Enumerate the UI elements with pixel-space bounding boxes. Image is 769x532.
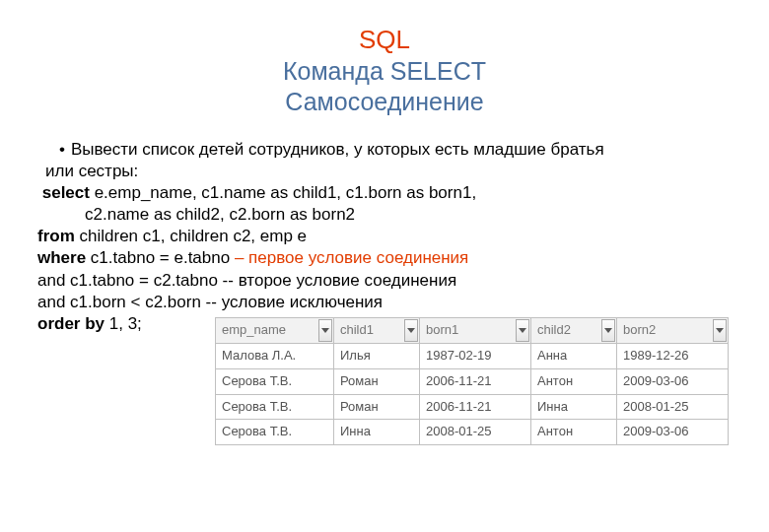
cell: Инна	[531, 394, 617, 420]
sql-text-7b: 1, 3;	[105, 314, 142, 333]
col-child1[interactable]: child1	[334, 317, 420, 343]
cell: Малова Л.А.	[216, 343, 334, 368]
sql-text-4b: c1.tabno = e.tabno	[86, 248, 235, 267]
svg-marker-1	[407, 328, 415, 333]
cell: 2008-01-25	[420, 420, 531, 445]
kw-orderby: order by	[37, 314, 105, 333]
cell: Инна	[334, 420, 420, 445]
kw-from: from	[37, 227, 75, 245]
title-block: SQL Команда SELECT Самосоединение	[30, 24, 739, 117]
table-body: Малова Л.А. Илья 1987-02-19 Анна 1989-12…	[216, 343, 729, 445]
kw-select: select	[42, 183, 90, 202]
svg-marker-0	[321, 328, 329, 333]
dropdown-icon[interactable]	[318, 319, 332, 342]
sql-line-6: and c1.born < c2.born -- условие исключе…	[37, 292, 739, 313]
bullet-line-2: или сестры:	[45, 161, 739, 182]
col-label: child1	[340, 322, 374, 337]
table-row: Серова Т.В. Роман 2006-11-21 Антон 2009-…	[216, 368, 729, 394]
title-main: SQL	[30, 24, 739, 56]
col-label: emp_name	[222, 322, 286, 337]
sql-text-1b: e.emp_name, c1.name as child1, c1.born a…	[90, 183, 476, 202]
cell: Роман	[334, 368, 420, 394]
result-table: emp_name child1 born1 child2 born2 Малов…	[215, 317, 729, 445]
cell: 2006-11-21	[420, 368, 531, 394]
table-row: Серова Т.В. Инна 2008-01-25 Антон 2009-0…	[216, 420, 729, 445]
bullet-line-1: •Вывести список детей сотрудников, у кот…	[59, 139, 739, 161]
col-emp-name[interactable]: emp_name	[216, 317, 334, 343]
content-block: •Вывести список детей сотрудников, у кот…	[37, 139, 739, 445]
col-label: born2	[623, 322, 656, 337]
cell: Антон	[531, 368, 617, 394]
result-table-wrap: emp_name child1 born1 child2 born2 Малов…	[215, 317, 739, 445]
col-born2[interactable]: born2	[617, 317, 729, 343]
sql-line-3: from children c1, children c2, emp e	[37, 226, 739, 247]
cell: 2008-01-25	[617, 394, 729, 420]
col-born1[interactable]: born1	[420, 317, 531, 343]
col-label: child2	[537, 322, 571, 337]
title-sub-2: Самосоединение	[30, 87, 739, 117]
dropdown-icon[interactable]	[601, 319, 615, 342]
cell: 2009-03-06	[617, 368, 729, 394]
kw-where: where	[37, 248, 86, 267]
sql-line-2: c2.name as child2, c2.born as born2	[85, 204, 739, 226]
sql-line-1: select e.emp_name, c1.name as child1, c1…	[37, 182, 739, 204]
cell: Анна	[531, 343, 617, 368]
sql-text-3b: children c1, children c2, emp e	[75, 227, 307, 245]
cell: Антон	[531, 420, 617, 445]
bullet-text-1: Вывести список детей сотрудников, у кото…	[71, 140, 604, 159]
cell: Роман	[334, 394, 420, 420]
cell: Илья	[334, 343, 420, 368]
col-label: born1	[426, 322, 458, 337]
svg-marker-4	[716, 328, 724, 333]
col-child2[interactable]: child2	[531, 317, 617, 343]
cell: 1987-02-19	[420, 343, 531, 368]
sql-comment-1: – первое условие соединения	[235, 248, 468, 267]
table-row: Малова Л.А. Илья 1987-02-19 Анна 1989-12…	[216, 343, 729, 368]
table-header-row: emp_name child1 born1 child2 born2	[216, 317, 729, 343]
dropdown-icon[interactable]	[516, 319, 529, 342]
svg-marker-2	[519, 328, 526, 333]
bullet-icon: •	[59, 140, 65, 159]
cell: Серова Т.В.	[216, 368, 334, 394]
sql-line-5: and c1.tabno = c2.tabno -- второе услови…	[37, 270, 739, 292]
cell: Серова Т.В.	[216, 394, 334, 420]
title-sub-1: Команда SELECT	[30, 56, 739, 87]
dropdown-icon[interactable]	[404, 319, 418, 342]
cell: 2006-11-21	[420, 394, 531, 420]
cell: 2009-03-06	[617, 420, 729, 445]
slide: SQL Команда SELECT Самосоединение •Вывес…	[0, 0, 769, 532]
svg-marker-3	[604, 328, 612, 333]
cell: Серова Т.В.	[216, 420, 334, 445]
table-row: Серова Т.В. Роман 2006-11-21 Инна 2008-0…	[216, 394, 729, 420]
cell: 1989-12-26	[617, 343, 729, 368]
sql-line-4: where c1.tabno = e.tabno – первое услови…	[37, 247, 739, 269]
dropdown-icon[interactable]	[713, 319, 727, 342]
